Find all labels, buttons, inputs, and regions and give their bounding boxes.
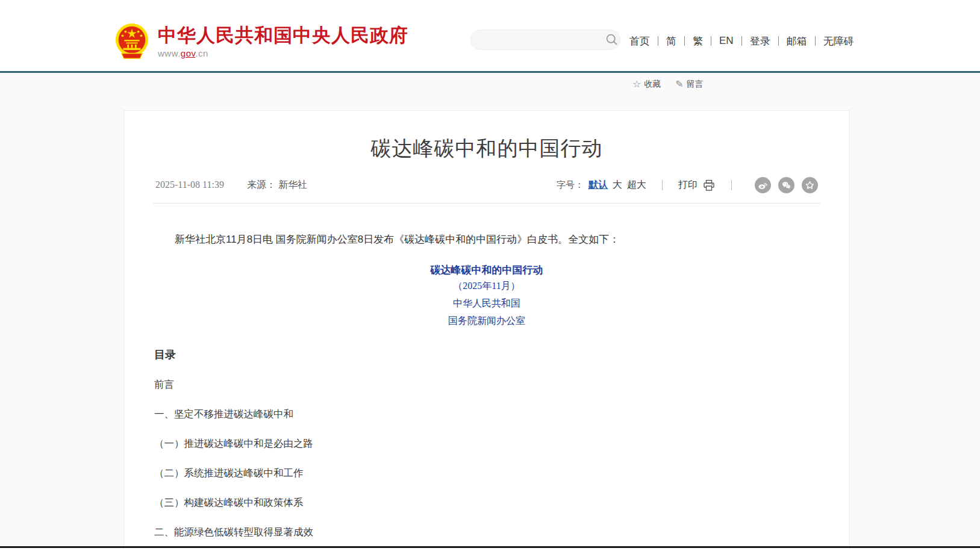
toc-item: 前言 [154, 378, 819, 391]
site-title: 中华人民共和国中央人民政府 [158, 25, 408, 46]
print-label: 打印 [678, 179, 698, 191]
nav-mail[interactable]: 邮箱 [787, 34, 807, 48]
source-value[interactable]: 新华社 [278, 179, 307, 190]
nav-separator [778, 36, 779, 46]
toc-item: （三）构建碳达峰碳中和政策体系 [154, 496, 819, 509]
comment-link[interactable]: ✎ 留言 [675, 79, 703, 90]
nav-traditional[interactable]: 繁 [693, 34, 703, 48]
toc-heading: 目录 [154, 347, 819, 362]
url-gov: gov [181, 48, 196, 58]
font-size-default[interactable]: 默认 [588, 179, 608, 191]
page-actions: ☆ 收藏 ✎ 留言 [632, 79, 718, 90]
nav-separator [658, 36, 658, 46]
document-date: （2025年11月） [154, 277, 819, 294]
nav-home[interactable]: 首页 [629, 34, 650, 48]
weibo-icon [758, 180, 768, 190]
brand-text: 中华人民共和国中央人民政府 www.gov.cn [158, 22, 408, 58]
viewport-bottom-strip [0, 548, 980, 551]
printer-icon [702, 179, 716, 192]
toc-item: 一、坚定不移推进碳达峰碳中和 [154, 408, 819, 421]
url-www: www. [158, 48, 181, 58]
article-card: 碳达峰碳中和的中国行动 2025-11-08 11:39 来源： 新华社 字号：… [123, 110, 850, 551]
toc-item: 二、能源绿色低碳转型取得显著成效 [154, 526, 819, 539]
nav-login[interactable]: 登录 [750, 34, 770, 48]
article-body: 新华社北京11月8日电 国务院新闻办公室8日发布《碳达峰碳中和的中国行动》白皮书… [153, 231, 820, 551]
article-meta-left: 2025-11-08 11:39 来源： 新华社 [155, 179, 307, 191]
search-input[interactable] [471, 35, 605, 45]
document-org-line2: 国务院新闻办公室 [154, 312, 819, 329]
print-button[interactable]: 打印 [678, 179, 716, 192]
site-brand[interactable]: 中华人民共和国中央人民政府 www.gov.cn [113, 22, 408, 63]
favorite-link[interactable]: ☆ 收藏 [632, 79, 661, 90]
share-qzone-button[interactable] [802, 177, 818, 193]
article-meta-right: 字号： 默认 大 超大 打印 [557, 177, 818, 193]
national-emblem-icon [113, 22, 151, 63]
source-label: 来源： [247, 179, 276, 190]
search-icon[interactable] [605, 33, 619, 46]
meta-separator [662, 180, 663, 190]
favorite-label: 收藏 [644, 79, 661, 90]
nav-simplified[interactable]: 简 [666, 34, 676, 48]
nav-separator [741, 36, 742, 46]
viewport-bottom-edge [0, 546, 980, 548]
font-size-xlarge[interactable]: 超大 [627, 179, 646, 191]
star-icon: ☆ [632, 79, 641, 89]
nav-separator [711, 36, 711, 46]
page: 中华人民共和国中央人民政府 www.gov.cn 首页 简 繁 EN 登录 邮箱 [0, 0, 980, 551]
qzone-star-icon [805, 180, 815, 190]
url-cn: .cn [195, 48, 208, 58]
toc-item: （二）系统推进碳达峰碳中和工作 [154, 467, 819, 480]
top-nav: 首页 简 繁 EN 登录 邮箱 无障碍 [629, 33, 854, 49]
nav-english[interactable]: EN [719, 35, 734, 47]
nav-separator [815, 36, 816, 46]
document-org-line1: 中华人民共和国 [154, 294, 819, 312]
nav-separator [684, 36, 685, 46]
pencil-icon: ✎ [675, 79, 683, 89]
toc-item: （一）推进碳达峰碳中和是必由之路 [154, 437, 819, 450]
share-weibo-button[interactable] [755, 177, 771, 193]
site-header: 中华人民共和国中央人民政府 www.gov.cn 首页 简 繁 EN 登录 邮箱 [0, 0, 980, 73]
document-title: 碳达峰碳中和的中国行动 [154, 263, 819, 277]
meta-separator [731, 180, 732, 190]
search-box[interactable] [470, 30, 620, 50]
meta-divider [153, 203, 820, 204]
article-title: 碳达峰碳中和的中国行动 [153, 135, 820, 163]
article-meta-row: 2025-11-08 11:39 来源： 新华社 字号： 默认 大 超大 打印 [153, 177, 820, 193]
lead-paragraph: 新华社北京11月8日电 国务院新闻办公室8日发布《碳达峰碳中和的中国行动》白皮书… [154, 231, 819, 247]
site-url: www.gov.cn [158, 48, 408, 58]
wechat-icon [781, 180, 791, 190]
share-wechat-button[interactable] [778, 177, 794, 193]
publish-date: 2025-11-08 11:39 [155, 179, 224, 190]
font-size-large[interactable]: 大 [613, 179, 622, 191]
nav-accessibility[interactable]: 无障碍 [823, 34, 854, 48]
comment-label: 留言 [687, 79, 704, 90]
share-icons [747, 177, 818, 193]
font-size-label: 字号： [557, 179, 584, 191]
